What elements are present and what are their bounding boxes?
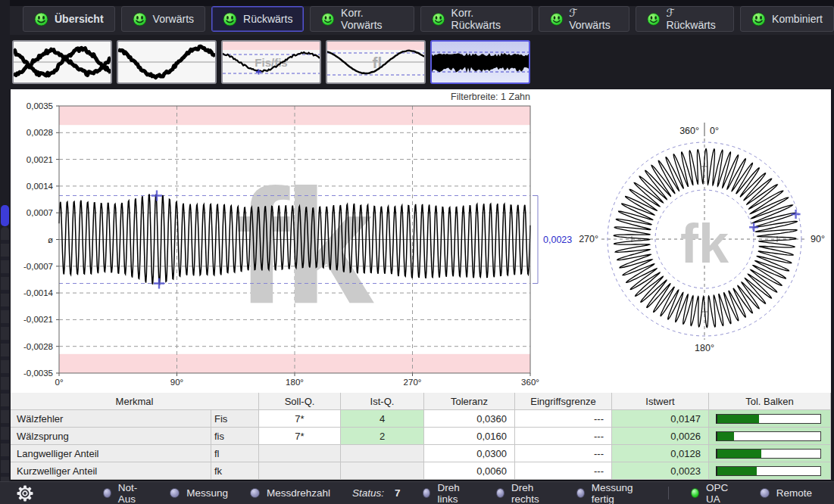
scroll-strip-indicator[interactable] bbox=[1, 205, 9, 226]
polar-label-360: 360° bbox=[679, 126, 699, 136]
smiley-green-icon bbox=[550, 12, 564, 26]
tolerance-bar bbox=[716, 431, 821, 441]
smiley-green-icon bbox=[432, 12, 445, 26]
cell-soll-q bbox=[259, 462, 341, 480]
measurement-charts: Filterbreite: 1 Zahn0,00350,00280,00210,… bbox=[11, 89, 831, 393]
y-tick-label: -0,0021 bbox=[23, 315, 53, 324]
tab-bar: Übersicht Vorwärts Rückwärts Korr. Vorwä… bbox=[10, 6, 834, 35]
tab-label: Rückwärts bbox=[243, 13, 292, 25]
status-item-label: Remote bbox=[776, 487, 812, 499]
tab-rückwärts[interactable]: ℱ Rückwärts bbox=[636, 6, 734, 32]
status-item-dreh-links: Dreh links bbox=[423, 482, 475, 504]
cell-tol-balken bbox=[709, 428, 831, 445]
led-indicator-off bbox=[496, 488, 504, 498]
table-row-fis[interactable]: Wälzsprungfis7*20,0160---0,0026 bbox=[11, 428, 831, 445]
status-item-remote: Remote bbox=[760, 487, 812, 499]
thumbnail-fis-fis[interactable]: Fis/fis bbox=[221, 40, 321, 84]
cell-merkmal: Wälzsprung bbox=[11, 428, 211, 445]
table-row-fis[interactable]: WälzfehlerFis7*40,0360---0,0147 bbox=[11, 410, 831, 428]
thumbnail-plot bbox=[432, 42, 529, 82]
thumbnail-twowave[interactable] bbox=[12, 40, 112, 84]
y-tick-label: -0,0028 bbox=[23, 342, 53, 351]
status-item-not-aus: Not-Aus bbox=[103, 482, 148, 504]
thumbnail-plot bbox=[14, 42, 111, 82]
status-item-label: Messung fertig bbox=[592, 482, 646, 504]
peak-to-peak-value: 0,0023 bbox=[543, 235, 572, 245]
tolerance-bar bbox=[716, 466, 821, 476]
cell-ist-q bbox=[341, 462, 424, 480]
status-item-opc-ua: OPC UA bbox=[691, 482, 738, 504]
status-item-label: Dreh rechts bbox=[511, 482, 554, 504]
cell-symbol: fk bbox=[211, 462, 259, 480]
led-indicator-off bbox=[250, 488, 260, 498]
left-scroll-strip bbox=[0, 0, 10, 504]
thumbnail-fl[interactable]: fl bbox=[326, 40, 426, 84]
tab-vorwärts[interactable]: Vorwärts bbox=[121, 6, 205, 32]
cell-soll-q: 7* bbox=[259, 428, 341, 445]
cell-soll-q: 7* bbox=[259, 410, 341, 428]
tolerance-bar-fill bbox=[717, 432, 734, 440]
status-item-dreh-rechts: Dreh rechts bbox=[496, 482, 554, 504]
tab-rückwärts[interactable]: Rückwärts bbox=[211, 6, 304, 32]
header-merkmal: Merkmal bbox=[11, 393, 259, 410]
cell-toleranz: 0,0360 bbox=[424, 410, 515, 428]
tab-vorwärts[interactable]: ℱ Vorwärts bbox=[539, 6, 629, 32]
tolerance-bar bbox=[716, 414, 821, 424]
tab-korr-vorwärts[interactable]: Korr. Vorwärts bbox=[310, 6, 414, 32]
cell-symbol: fis bbox=[211, 428, 259, 445]
filter-label: Filterbreite: 1 Zahn bbox=[451, 92, 530, 102]
y-tick-label: 0,0021 bbox=[27, 155, 53, 164]
smiley-green-icon bbox=[34, 12, 48, 26]
polar-label-180: 180° bbox=[695, 343, 714, 353]
thumbnail-plot bbox=[118, 42, 215, 82]
tab-korr-rückwärts[interactable]: Korr. Rückwärts bbox=[420, 6, 533, 32]
cell-tol-balken bbox=[709, 410, 831, 428]
thumb-watermark: fl bbox=[373, 54, 383, 71]
status-item-label: OPC UA bbox=[706, 482, 738, 504]
scroll-strip-segments bbox=[1, 227, 9, 488]
smiley-green-icon bbox=[647, 12, 661, 26]
table-row-fk[interactable]: Kurzwelliger Anteilfk0,0060---0,0023 bbox=[11, 462, 831, 480]
header-ist-q: Ist-Q. bbox=[341, 393, 424, 410]
statusbar-separator bbox=[668, 487, 669, 499]
tab-label: Vorwärts bbox=[153, 13, 194, 25]
status-item-messung: Messung bbox=[170, 487, 228, 499]
cell-symbol: fl bbox=[211, 445, 259, 462]
status-value: 7 bbox=[395, 487, 401, 499]
y-tick-label: ø bbox=[48, 235, 53, 244]
cell-ist-q bbox=[341, 445, 424, 462]
cell-istwert: 0,0026 bbox=[612, 428, 709, 445]
smiley-green-icon bbox=[223, 12, 237, 26]
led-indicator-off bbox=[760, 488, 770, 498]
tab-label: Übersicht bbox=[55, 13, 104, 25]
thumbnail-bigwave[interactable] bbox=[117, 40, 217, 84]
y-tick-label: 0,0028 bbox=[27, 128, 53, 137]
status-bar: Not-AusMessungMessdrehzahlStatus:7Dreh l… bbox=[0, 481, 834, 504]
status-item-label: Messung bbox=[186, 487, 228, 499]
cell-ist-q: 2 bbox=[341, 428, 424, 445]
tab-kombiniert[interactable]: Kombiniert bbox=[740, 6, 834, 32]
tolerance-bar-fill bbox=[717, 467, 757, 475]
y-tick-label: -0,0035 bbox=[23, 369, 53, 378]
status-item-messdrehzahl: Messdrehzahl bbox=[250, 487, 330, 499]
thumbnail-fk[interactable] bbox=[430, 40, 530, 84]
y-tick-label: -0,0007 bbox=[23, 262, 53, 271]
cell-eingriffsgrenze: --- bbox=[515, 462, 612, 480]
header-eingriffsgrenze: Eingriffsgrenze bbox=[515, 393, 612, 410]
settings-gear-button[interactable] bbox=[17, 484, 33, 502]
cell-merkmal: Wälzfehler bbox=[11, 410, 211, 428]
polar-chart: fk360°0°90°270°180° bbox=[579, 123, 825, 353]
cell-merkmal: Kurzwelliger Anteil bbox=[11, 462, 211, 480]
led-indicator-off bbox=[423, 488, 431, 498]
table-row-fl[interactable]: Langwelliger Anteilfl0,0300---0,0128 bbox=[11, 445, 831, 462]
chart-panel: Filterbreite: 1 Zahn0,00350,00280,00210,… bbox=[11, 89, 831, 393]
cell-istwert: 0,0128 bbox=[612, 445, 709, 462]
tab-übersicht[interactable]: Übersicht bbox=[23, 6, 115, 32]
polar-label-90: 90° bbox=[811, 234, 825, 244]
smiley-green-icon bbox=[751, 12, 766, 26]
tolerance-bar-fill bbox=[717, 450, 761, 458]
cell-tol-balken bbox=[709, 462, 831, 480]
y-tick-label: -0,0014 bbox=[23, 288, 54, 297]
tab-label: Kombiniert bbox=[772, 13, 823, 25]
cell-merkmal: Langwelliger Anteil bbox=[11, 445, 211, 462]
